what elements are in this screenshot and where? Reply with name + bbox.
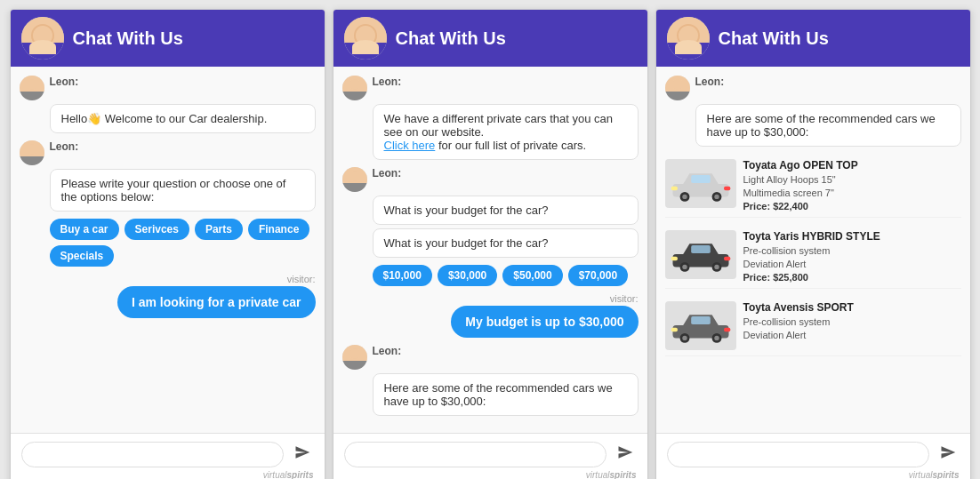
chat-header-title: Chat With Us: [73, 28, 183, 49]
visitor-label: visitor:: [287, 274, 316, 284]
car-detail: Price: $25,800: [743, 272, 961, 283]
chat-header: Chat With Us: [656, 10, 970, 67]
sender-name: Leon:: [373, 167, 402, 180]
sender-name: Leon:: [695, 76, 725, 88]
agent-avatar: [342, 76, 367, 100]
option-buttons: Buy a carSerivcesPartsFinanceSpecials: [50, 219, 316, 267]
visitor-label: visitor:: [610, 293, 639, 304]
svg-rect-15: [724, 257, 730, 261]
svg-point-19: [682, 336, 687, 340]
car-detail: Deviation Alert: [743, 258, 961, 271]
send-button[interactable]: [936, 441, 960, 468]
chat-footer: virtualspirits: [333, 433, 647, 479]
budget-btn-30000[interactable]: $30,000: [438, 265, 497, 286]
svg-rect-9: [691, 245, 711, 253]
agent-label-row: Leon:: [342, 167, 639, 192]
car-detail: Pre-collision system: [743, 315, 961, 329]
chat-widget-3: Chat With Us Leon: Here are some of the …: [655, 9, 971, 479]
send-button[interactable]: [291, 441, 314, 468]
agent-message-group: Leon: Hello👋 Welcome to our Car dealersh…: [20, 76, 316, 133]
svg-rect-14: [671, 257, 677, 261]
chat-widget-2: Chat With Us Leon: We have a different p…: [333, 9, 648, 479]
car-detail: Pre-collision system: [743, 244, 961, 258]
header-avatar: [21, 17, 64, 60]
car-listing: Toyata Ago OPEN TOPLight Alloy Hoops 15"…: [665, 154, 961, 218]
brand-label: virtualspirits: [21, 470, 314, 479]
svg-rect-23: [724, 328, 730, 332]
car-detail: Light Alloy Hoops 15": [743, 173, 961, 187]
car-image: [665, 301, 736, 350]
svg-point-21: [714, 336, 719, 340]
agent-message-bubble: What is your budget for the car?: [373, 196, 639, 225]
sender-name: Leon:: [50, 76, 79, 88]
agent-message-group: Leon: What is your budget for the car?Wh…: [342, 167, 639, 286]
agent-avatar: [20, 140, 44, 165]
agent-message-bubble: Here are some of the recommended cars we…: [695, 104, 961, 147]
car-detail: Price: $22,400: [743, 201, 961, 212]
visitor-message-group: visitor:My budget is up to $30,000: [342, 293, 639, 338]
option-btn-buy-a-car[interactable]: Buy a car: [50, 219, 119, 240]
agent-message-bubble: Please write your question or choose one…: [50, 169, 316, 212]
svg-point-5: [714, 194, 719, 198]
sender-name: Leon:: [373, 345, 402, 357]
car-info: Toyata Ago OPEN TOPLight Alloy Hoops 15"…: [743, 159, 961, 212]
budget-btn-10000[interactable]: $10,000: [373, 265, 432, 286]
agent-label-row: Leon:: [20, 140, 316, 165]
chat-input[interactable]: [344, 442, 606, 467]
visitor-message-bubble: My budget is up to $30,000: [451, 306, 638, 338]
svg-point-13: [714, 265, 719, 269]
agent-message-bubble: We have a different private cars that yo…: [373, 104, 639, 160]
agent-label-row: Leon:: [342, 345, 639, 370]
chat-header: Chat With Us: [333, 10, 647, 67]
option-btn-finance[interactable]: Finance: [248, 219, 309, 240]
chat-input-row: [21, 441, 314, 468]
chat-footer: virtualspirits: [11, 433, 325, 479]
agent-message-group: Leon: Here are some of the recommended c…: [342, 345, 639, 416]
chat-input[interactable]: [21, 442, 284, 467]
option-btn-serivces[interactable]: Serivces: [125, 219, 189, 240]
budget-buttons: $10,000$30,000$50,000$70,000: [373, 265, 639, 286]
car-listing: Toyta Yaris HYBRID STYLEPre-collision sy…: [665, 225, 961, 289]
budget-bubble: What is your budget for the car?: [373, 228, 639, 258]
chat-body: Leon: Here are some of the recommended c…: [656, 67, 970, 433]
chat-input-row: [344, 441, 637, 468]
chat-link[interactable]: Click here: [384, 139, 436, 152]
chat-widgets-container: Chat With Us Leon: Hello👋 Welcome to our…: [10, 9, 971, 479]
car-info: Toyta Yaris HYBRID STYLEPre-collision sy…: [743, 230, 961, 283]
agent-avatar: [342, 167, 367, 192]
chat-footer: virtualspirits: [656, 433, 970, 479]
option-btn-specials[interactable]: Specials: [50, 245, 115, 267]
svg-point-3: [682, 194, 687, 198]
brand-label: virtualspirits: [667, 470, 960, 479]
agent-message-group: Leon: We have a different private cars t…: [342, 76, 639, 160]
car-image: [665, 230, 736, 279]
svg-rect-6: [671, 186, 677, 190]
chat-input[interactable]: [667, 442, 929, 467]
option-btn-parts[interactable]: Parts: [195, 219, 243, 240]
agent-label-row: Leon:: [20, 76, 316, 100]
chat-body: Leon: We have a different private cars t…: [333, 67, 647, 433]
brand-label: virtualspirits: [344, 470, 637, 479]
chat-header: Chat With Us: [11, 10, 325, 67]
svg-rect-7: [724, 186, 730, 190]
agent-label-row: Leon:: [665, 76, 961, 100]
sender-name: Leon:: [373, 76, 402, 88]
budget-btn-50000[interactable]: $50,000: [502, 265, 562, 286]
car-name: Toyata Ago OPEN TOP: [743, 159, 961, 172]
agent-avatar: [342, 345, 367, 370]
car-name: Toyta Avensis SPORT: [743, 301, 961, 314]
chat-header-title: Chat With Us: [396, 28, 506, 49]
car-detail: Multimedia screen 7": [743, 187, 961, 200]
budget-btn-70000[interactable]: $70,000: [568, 265, 628, 286]
car-listing: Toyta Avensis SPORTPre-collision systemD…: [665, 296, 961, 356]
sender-name: Leon:: [50, 140, 79, 153]
chat-header-title: Chat With Us: [719, 28, 829, 49]
car-name: Toyta Yaris HYBRID STYLE: [743, 230, 961, 243]
svg-rect-1: [691, 175, 711, 183]
visitor-message-bubble: I am looking for a private car: [117, 286, 316, 318]
header-avatar: [344, 17, 387, 60]
car-info: Toyta Avensis SPORTPre-collision systemD…: [743, 301, 961, 343]
svg-rect-17: [691, 316, 711, 324]
chat-body: Leon: Hello👋 Welcome to our Car dealersh…: [11, 67, 325, 433]
send-button[interactable]: [614, 441, 637, 468]
